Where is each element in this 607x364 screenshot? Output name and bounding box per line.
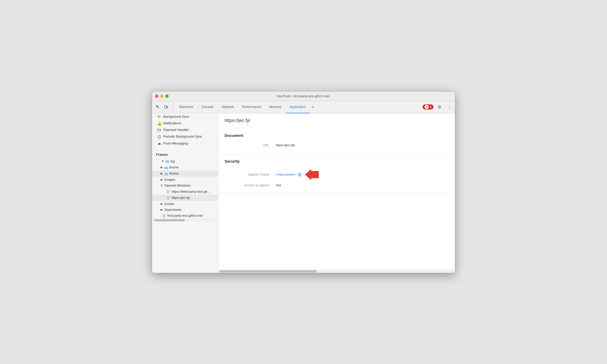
- tab-performance[interactable]: Performance: [238, 101, 265, 113]
- folder-icon-iframe-2: [164, 172, 168, 176]
- document-url-value: https://jec.fyi/: [276, 143, 295, 147]
- tree-item-first-party[interactable]: first-party-test.glitch.me/: [152, 213, 218, 219]
- settings-button[interactable]: ⚙: [436, 103, 443, 111]
- toggle-iframe-1[interactable]: ▶: [160, 166, 163, 169]
- access-opener-row: Access to opener Yes: [225, 182, 449, 189]
- sidebar-scrollbar[interactable]: [152, 219, 218, 222]
- toggle-scripts[interactable]: ▶: [160, 202, 163, 205]
- more-options-button[interactable]: ⋮: [445, 103, 453, 111]
- file-icon-third-party: [166, 189, 170, 193]
- svg-marker-14: [305, 169, 319, 180]
- tree-item-top[interactable]: ▼ top: [152, 158, 218, 164]
- svg-rect-1: [165, 106, 167, 108]
- devtools-tools: [154, 101, 173, 113]
- tree-item-scripts[interactable]: ▶ Scripts: [152, 201, 218, 207]
- sidebar: ↻ Background Sync 🔔 Notifications Paymen…: [152, 113, 218, 273]
- maximize-button[interactable]: [165, 94, 169, 98]
- file-icon-jec-fyi: [166, 196, 170, 200]
- nav-tabs: Elements Console Network Performance Mem…: [175, 101, 423, 113]
- traffic-lights: [155, 94, 169, 98]
- toggle-iframe-2[interactable]: ▶: [160, 172, 163, 175]
- tab-console[interactable]: Console: [197, 101, 218, 113]
- svg-rect-2: [167, 106, 168, 108]
- bell-icon: 🔔: [157, 121, 161, 125]
- folder-icon-top: [165, 159, 169, 163]
- sidebar-item-notifications[interactable]: 🔔 Notifications: [152, 120, 218, 127]
- section-security-title: Security: [225, 159, 449, 163]
- tab-application[interactable]: Application: [285, 101, 310, 113]
- toggle-images[interactable]: ▶: [160, 178, 163, 181]
- tab-memory[interactable]: Memory: [265, 101, 285, 113]
- window-title: DevTools - first-party-test.glitch.me//: [277, 94, 330, 98]
- document-url-label: URL: [225, 143, 276, 147]
- toggle-stylesheets[interactable]: ▶: [160, 208, 163, 211]
- svg-rect-10: [167, 196, 169, 200]
- close-button[interactable]: [155, 94, 158, 98]
- toolbar-right: ✕ 1 ⚙ ⋮: [423, 101, 453, 113]
- sidebar-scroll-thumb[interactable]: [154, 219, 185, 221]
- sidebar-item-background-sync[interactable]: ↻ Background Sync: [152, 113, 218, 120]
- svg-marker-13: [165, 214, 166, 215]
- content-url: https://jec.fyi: [218, 113, 455, 128]
- svg-marker-11: [169, 196, 170, 197]
- section-document-title: Document: [225, 133, 449, 138]
- access-opener-value: Yes: [276, 183, 281, 187]
- svg-rect-12: [163, 214, 165, 218]
- content-scroll-thumb[interactable]: [219, 270, 317, 272]
- content-panel: https://jec.fyi Document URL https://jec…: [218, 113, 455, 273]
- tree-item-images[interactable]: ▶ Images: [152, 177, 218, 183]
- section-document: Document URL https://jec.fyi/: [218, 128, 455, 154]
- svg-rect-3: [158, 129, 161, 131]
- tab-elements[interactable]: Elements: [175, 101, 197, 113]
- folder-icon-iframe-1: [164, 165, 168, 169]
- tree-item-iframe-1[interactable]: ▶ iframe: [152, 164, 218, 170]
- opener-frame-row: Opener Frame <#document> ⊕: [225, 167, 449, 182]
- section-security: Security Opener Frame <#document> ⊕: [218, 154, 455, 194]
- sidebar-item-push-messaging[interactable]: ☁ Push Messaging: [152, 140, 218, 147]
- svg-marker-9: [169, 190, 170, 191]
- toolbar: Elements Console Network Performance Mem…: [152, 101, 455, 113]
- svg-rect-8: [167, 190, 169, 193]
- more-tabs-button[interactable]: »: [310, 101, 316, 113]
- svg-line-7: [159, 137, 160, 137]
- devtools-window: DevTools - first-party-test.glitch.me// …: [152, 91, 455, 273]
- error-icon: ✕: [425, 105, 429, 109]
- red-arrow-indicator: [305, 169, 319, 180]
- tree-item-stylesheets[interactable]: ▶ Stylesheets: [152, 207, 218, 213]
- sync-icon: ↻: [157, 115, 161, 119]
- content-scrollbar[interactable]: [218, 270, 455, 273]
- document-url-row: URL https://jec.fyi/: [225, 142, 449, 149]
- tree-item-jec-fyi[interactable]: https://jec.fyi: [152, 195, 218, 201]
- tree-item-opened-windows[interactable]: ▼ Opened Windows: [152, 183, 218, 188]
- main-content: ↻ Background Sync 🔔 Notifications Paymen…: [152, 113, 455, 273]
- credit-card-icon: [157, 128, 161, 132]
- tree-item-third-party[interactable]: https://third-party-test.glitch.me/p: [152, 188, 218, 195]
- title-bar: DevTools - first-party-test.glitch.me//: [152, 91, 455, 101]
- cloud-icon: ☁: [157, 141, 161, 145]
- tree-item-iframe-2[interactable]: ▶ iframe: [152, 171, 218, 177]
- minimize-button[interactable]: [160, 94, 164, 98]
- opener-frame-link[interactable]: <#document> ⊕: [276, 173, 302, 177]
- frames-section: Frames: [152, 150, 218, 158]
- tab-network[interactable]: Network: [218, 101, 238, 113]
- access-opener-label: Access to opener: [225, 183, 276, 187]
- sidebar-item-periodic-bg-sync[interactable]: Periodic Background Sync: [152, 133, 218, 140]
- error-badge[interactable]: ✕ 1: [423, 104, 434, 110]
- inspector-tool[interactable]: [154, 103, 162, 111]
- clock-icon: [157, 135, 161, 139]
- sidebar-item-payment-handler[interactable]: Payment Handler: [152, 127, 218, 133]
- opener-frame-label: Opener Frame: [225, 173, 276, 176]
- file-icon-first-party: [162, 214, 166, 218]
- device-toolbar-tool[interactable]: [162, 103, 170, 111]
- toggle-top[interactable]: ▼: [161, 160, 164, 163]
- toggle-opened-windows[interactable]: ▼: [160, 184, 163, 187]
